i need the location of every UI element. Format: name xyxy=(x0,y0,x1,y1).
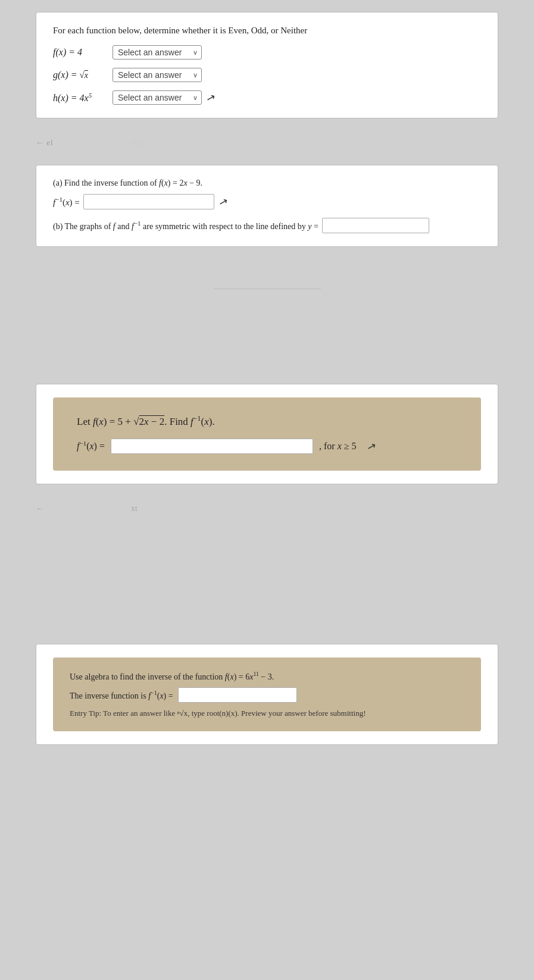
card4-answer-line: The inverse function is f−1(x) = xyxy=(70,687,464,703)
problem-line-2: g(x) = √x Select an answer Even Odd Neit… xyxy=(53,68,481,82)
card3-answer-line: f−1(x) = , for x ≥ 5 ↖ xyxy=(77,439,457,454)
part-a-input-line: f−1(x) = ↖ xyxy=(53,194,481,209)
spacer-large-1 xyxy=(36,289,498,384)
problem-line-1: f(x) = 4 Select an answer Even Odd Neith… xyxy=(53,45,481,60)
cursor-icon-1: ↖ xyxy=(205,90,217,105)
card4-problem-text: Use algebra to find the inverse of the f… xyxy=(70,671,464,682)
math-gx: g(x) = √x xyxy=(53,70,107,80)
part-a-label: (a) Find the inverse function of f(x) = … xyxy=(53,179,481,188)
spacer1-left: ← el xyxy=(36,138,54,148)
cursor-icon-3: ↖ xyxy=(366,439,377,453)
spacer1-right: Text xyxy=(131,138,145,148)
part-a-math: f−1(x) = xyxy=(53,196,80,208)
card3-for-text: , for x ≥ 5 xyxy=(319,441,357,452)
card-even-odd-neither: For each function below, determine wheth… xyxy=(36,12,498,118)
card3-problem-text: Let f(x) = 5 + √2x − 2. Find f−1(x). xyxy=(77,414,457,428)
part-b-line: (b) The graphs of f and f−1 are symmetri… xyxy=(53,218,481,233)
part-b-input[interactable] xyxy=(322,218,429,233)
select-wrapper-1[interactable]: Select an answer Even Odd Neither xyxy=(113,45,202,60)
spacer2-left: ← xyxy=(36,504,45,514)
card4-input[interactable] xyxy=(178,687,297,703)
spacer2-right: xt xyxy=(131,504,138,514)
part-b-text: (b) The graphs of f and f−1 are symmetri… xyxy=(53,220,318,231)
card-algebra-inverse: Use algebra to find the inverse of the f… xyxy=(36,644,498,746)
select-gx[interactable]: Select an answer Even Odd Neither xyxy=(113,68,202,82)
spacer-1: ← el Text xyxy=(36,129,498,165)
card1-header: For each function below, determine wheth… xyxy=(53,26,481,36)
select-wrapper-2[interactable]: Select an answer Even Odd Neither xyxy=(113,68,202,82)
card3-input[interactable] xyxy=(111,439,313,454)
card4-tip-text: Entry Tip: To enter an answer like ⁿ√x, … xyxy=(70,709,464,718)
spacer-large-2 xyxy=(36,525,498,644)
select-fx4[interactable]: Select an answer Even Odd Neither xyxy=(113,45,202,60)
part-a-input[interactable] xyxy=(83,194,214,209)
select-hx[interactable]: Select an answer Even Odd Neither xyxy=(113,90,202,105)
card-let-fx: Let f(x) = 5 + √2x − 2. Find f−1(x). f−1… xyxy=(36,384,498,484)
spacer-2: ← xt xyxy=(36,495,498,525)
cursor-icon-2: ↖ xyxy=(217,194,229,209)
math-hx: h(x) = 4x5 xyxy=(53,92,107,104)
card3-inner: Let f(x) = 5 + √2x − 2. Find f−1(x). f−1… xyxy=(53,397,481,471)
card3-prefix: f−1(x) = xyxy=(77,440,105,452)
card-inverse-function: (a) Find the inverse function of f(x) = … xyxy=(36,165,498,247)
card4-prefix: The inverse function is f−1(x) = xyxy=(70,690,173,701)
problem-line-3: h(x) = 4x5 Select an answer Even Odd Nei… xyxy=(53,90,481,105)
math-fx4: f(x) = 4 xyxy=(53,47,107,58)
card4-inner: Use algebra to find the inverse of the f… xyxy=(53,657,481,732)
select-wrapper-3[interactable]: Select an answer Even Odd Neither xyxy=(113,90,202,105)
